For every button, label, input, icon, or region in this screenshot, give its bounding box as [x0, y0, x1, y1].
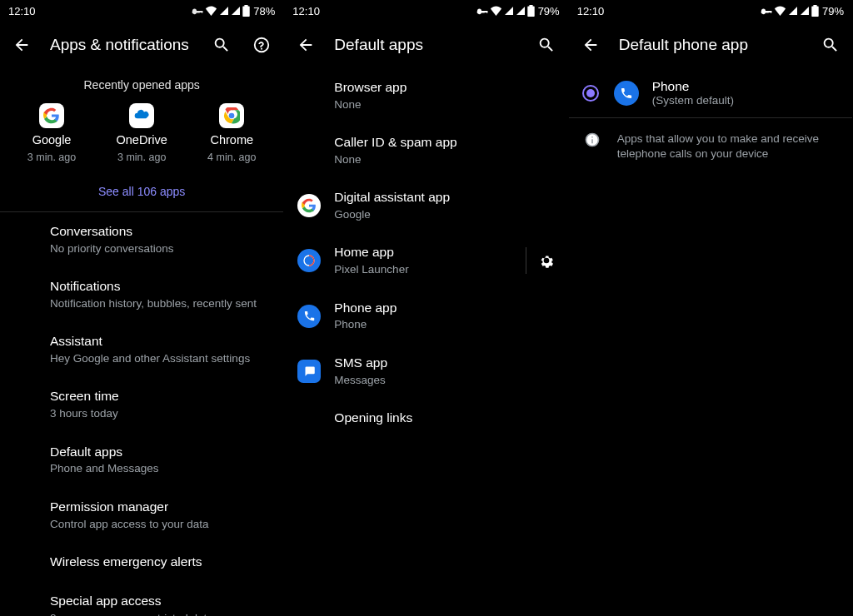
- item-title: Home app: [334, 244, 505, 261]
- settings-item-special-app-access[interactable]: Special app access 2 apps can use unrest…: [0, 582, 283, 616]
- status-icons: 79%: [759, 5, 844, 17]
- content-area: Phone (System default) Apps that allow y…: [569, 68, 852, 616]
- phone-app-icon: [297, 305, 321, 328]
- page-title: Default apps: [334, 36, 517, 54]
- vpn-key-icon: [475, 7, 488, 15]
- status-bar: 12:10 79%: [569, 0, 852, 22]
- recently-opened-header: Recently opened apps: [0, 68, 283, 103]
- item-subtitle: Phone: [334, 317, 554, 332]
- content-area: Recently opened apps Google 3 min. ago O…: [0, 68, 283, 616]
- recent-app-name: OneDrive: [117, 133, 167, 147]
- phone-app-icon: [614, 81, 639, 106]
- item-subtitle: No priority conversations: [50, 241, 270, 256]
- search-button[interactable]: [819, 33, 842, 57]
- settings-item-notifications[interactable]: Notifications Notification history, bubb…: [0, 267, 283, 322]
- option-name: Phone: [652, 79, 734, 94]
- settings-item-screen-time[interactable]: Screen time 3 hours today: [0, 377, 283, 432]
- item-subtitle: Pixel Launcher: [334, 262, 505, 277]
- recent-app-time: 3 min. ago: [117, 152, 166, 163]
- option-sub: (System default): [652, 94, 734, 107]
- search-button[interactable]: [210, 33, 233, 57]
- page-title: Apps & notifications: [50, 36, 193, 54]
- default-app-phone[interactable]: Phone app Phone: [284, 289, 567, 344]
- item-title: Opening links: [334, 410, 554, 427]
- google-app-icon: [297, 194, 321, 217]
- recent-app-onedrive[interactable]: OneDrive 3 min. ago: [100, 103, 183, 163]
- recent-app-time: 4 min. ago: [207, 152, 256, 163]
- phone-app-option[interactable]: Phone (System default): [569, 68, 852, 117]
- back-button[interactable]: [10, 33, 33, 57]
- battery-icon: [811, 5, 819, 17]
- signal-icon: [788, 6, 798, 16]
- radio-selected[interactable]: [582, 85, 599, 102]
- settings-item-wireless-emergency-alerts[interactable]: Wireless emergency alerts: [0, 543, 283, 582]
- help-icon: [252, 36, 271, 54]
- signal-icon-2: [231, 6, 241, 16]
- battery-percent: 79%: [822, 5, 844, 17]
- help-button[interactable]: [250, 33, 273, 57]
- status-time: 12:10: [8, 5, 36, 17]
- info-row: Apps that allow you to make and receive …: [569, 118, 852, 173]
- wifi-icon: [205, 6, 217, 16]
- signal-icon-2: [516, 6, 526, 16]
- default-app-caller-id[interactable]: Caller ID & spam app None: [284, 123, 567, 178]
- item-title: Default apps: [50, 444, 270, 461]
- item-title: Assistant: [50, 333, 270, 350]
- default-app-home[interactable]: Home app Pixel Launcher: [284, 233, 567, 288]
- default-app-browser[interactable]: Browser app None: [284, 68, 567, 123]
- status-icons: 78%: [190, 5, 275, 17]
- arrow-back-icon: [297, 36, 315, 54]
- item-subtitle: Control app access to your data: [50, 517, 270, 532]
- recent-apps-row: Google 3 min. ago OneDrive 3 min. ago Ch…: [0, 103, 283, 170]
- panel-default-phone-app: 12:10 79% Default phone app Ph: [569, 0, 853, 616]
- see-all-apps-button[interactable]: See all 106 apps: [0, 170, 283, 211]
- item-subtitle: 3 hours today: [50, 406, 270, 421]
- radio-dot-icon: [586, 89, 595, 97]
- svg-point-4: [591, 137, 593, 138]
- default-app-assistant[interactable]: Digital assistant app Google: [284, 178, 567, 233]
- home-app-settings-button[interactable]: [526, 247, 555, 274]
- item-title: Special app access: [50, 593, 270, 610]
- signal-icon: [504, 6, 514, 16]
- item-title: Screen time: [50, 388, 270, 405]
- item-title: Notifications: [50, 278, 270, 296]
- battery-icon: [242, 5, 250, 17]
- vpn-key-icon: [190, 7, 203, 15]
- status-bar: 12:10 78%: [0, 0, 283, 22]
- item-subtitle: None: [334, 152, 554, 167]
- item-title: Phone app: [334, 300, 554, 317]
- default-app-opening-links[interactable]: Opening links: [284, 399, 567, 438]
- search-icon: [821, 36, 840, 54]
- info-text: Apps that allow you to make and receive …: [617, 130, 839, 161]
- status-time: 12:10: [577, 5, 605, 17]
- item-subtitle: Notification history, bubbles, recently …: [50, 296, 270, 311]
- settings-item-default-apps[interactable]: Default apps Phone and Messages: [0, 433, 283, 488]
- back-button[interactable]: [579, 33, 602, 57]
- search-button[interactable]: [535, 33, 558, 57]
- recent-app-chrome[interactable]: Chrome 4 min. ago: [190, 103, 273, 163]
- arrow-back-icon: [12, 36, 31, 54]
- panel-default-apps: 12:10 79% Default apps Browser app None: [284, 0, 568, 616]
- app-bar: Default apps: [284, 22, 567, 68]
- back-button[interactable]: [294, 33, 317, 57]
- content-area: Browser app None Caller ID & spam app No…: [284, 68, 567, 616]
- item-title: Wireless emergency alerts: [50, 554, 270, 571]
- wifi-icon: [490, 6, 502, 16]
- recent-app-time: 3 min. ago: [27, 152, 76, 163]
- settings-item-permission-manager[interactable]: Permission manager Control app access to…: [0, 488, 283, 543]
- messages-app-icon: [297, 360, 321, 383]
- status-bar: 12:10 79%: [284, 0, 567, 22]
- item-title: Digital assistant app: [334, 189, 554, 206]
- recent-app-google[interactable]: Google 3 min. ago: [10, 103, 93, 163]
- status-icons: 79%: [475, 5, 560, 17]
- item-subtitle: Phone and Messages: [50, 461, 270, 476]
- battery-percent: 78%: [253, 5, 275, 17]
- item-subtitle: Hey Google and other Assistant settings: [50, 351, 270, 366]
- default-app-sms[interactable]: SMS app Messages: [284, 344, 567, 399]
- settings-item-assistant[interactable]: Assistant Hey Google and other Assistant…: [0, 322, 283, 377]
- battery-icon: [527, 5, 535, 17]
- recent-app-name: Google: [32, 133, 72, 147]
- item-title: Browser app: [334, 79, 554, 97]
- settings-item-conversations[interactable]: Conversations No priority conversations: [0, 212, 283, 267]
- vpn-key-icon: [759, 7, 772, 15]
